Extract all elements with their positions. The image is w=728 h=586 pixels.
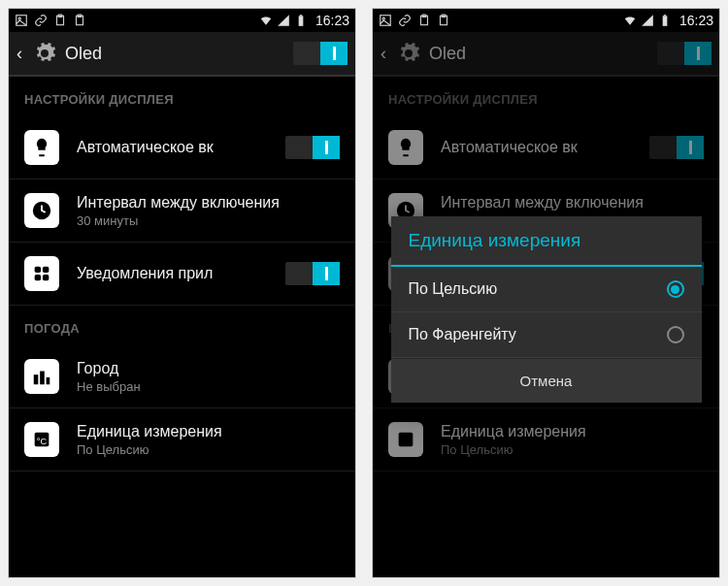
phone-left: 16:23 ‹ Oled НАСТРОЙКИ ДИСПЛЕЯ Автоматич… [8, 8, 356, 578]
radio-icon [667, 280, 684, 298]
clipboard-icon [53, 14, 67, 27]
main-toggle[interactable] [293, 42, 347, 65]
phone-right: 16:23 ‹ Oled НАСТРОЙКИ ДИСПЛЕЯ Автоматич… [372, 8, 720, 578]
dialog-option-celsius[interactable]: По Цельсию [391, 267, 702, 312]
auto-on-toggle[interactable] [285, 136, 340, 159]
row-notifications[interactable]: Уведомления прил [9, 243, 355, 306]
unit-icon: °C [24, 422, 59, 457]
city-icon [24, 359, 59, 394]
picture-icon [15, 14, 28, 27]
battery-icon [294, 14, 308, 27]
dialog-scrim[interactable]: Единица измерения По Цельсию По Фаренгей… [373, 9, 719, 577]
wifi-icon [259, 14, 273, 27]
back-icon[interactable]: ‹ [17, 44, 30, 64]
unit-dialog: Единица измерения По Цельсию По Фаренгей… [391, 216, 702, 403]
svg-point-1 [18, 17, 20, 19]
app-title: Oled [65, 44, 293, 64]
clipboard-icon-2 [73, 14, 86, 27]
row-title: Автоматическое вк [77, 139, 278, 156]
row-auto-on[interactable]: Автоматическое вк [9, 116, 355, 179]
notifications-toggle[interactable] [285, 262, 340, 285]
section-header-weather: ПОГОДА [9, 306, 355, 345]
option-label: По Цельсию [409, 280, 498, 298]
svg-rect-12 [43, 275, 49, 280]
dialog-title: Единица измерения [391, 216, 702, 267]
gear-icon [32, 41, 57, 66]
statusbar: 16:23 [9, 9, 355, 32]
row-title: Уведомления прил [77, 265, 278, 282]
svg-rect-6 [299, 16, 304, 25]
svg-rect-13 [34, 374, 39, 384]
signal-icon [277, 14, 290, 27]
row-sub: 30 минуты [77, 213, 340, 228]
svg-rect-14 [40, 372, 45, 385]
radio-icon [667, 326, 684, 343]
option-label: По Фаренгейту [409, 326, 516, 343]
row-sub: Не выбран [77, 379, 340, 394]
svg-rect-10 [43, 267, 49, 273]
svg-rect-9 [35, 267, 41, 273]
clock-text: 16:23 [315, 13, 349, 28]
settings-content: НАСТРОЙКИ ДИСПЛЕЯ Автоматическое вк Инте… [9, 77, 355, 472]
row-title: Город [77, 360, 340, 377]
row-title: Интервал между включения [77, 194, 340, 212]
clock-icon [24, 193, 59, 228]
bulb-icon [24, 130, 59, 165]
dialog-cancel-button[interactable]: Отмена [391, 358, 702, 403]
row-interval[interactable]: Интервал между включения 30 минуты [9, 179, 355, 243]
svg-rect-15 [47, 377, 50, 384]
actionbar: ‹ Oled [9, 32, 355, 77]
link-icon [34, 14, 48, 27]
row-title: Единица измерения [77, 423, 340, 440]
svg-rect-7 [300, 15, 302, 16]
svg-rect-11 [35, 275, 41, 280]
svg-text:°C: °C [37, 437, 48, 446]
dialog-option-fahrenheit[interactable]: По Фаренгейту [391, 312, 702, 358]
row-unit[interactable]: °C Единица измерения По Цельсию [9, 408, 355, 472]
apps-icon [24, 256, 59, 291]
row-city[interactable]: Город Не выбран [9, 345, 355, 408]
row-sub: По Цельсию [77, 442, 340, 457]
section-header-display: НАСТРОЙКИ ДИСПЛЕЯ [9, 77, 355, 116]
